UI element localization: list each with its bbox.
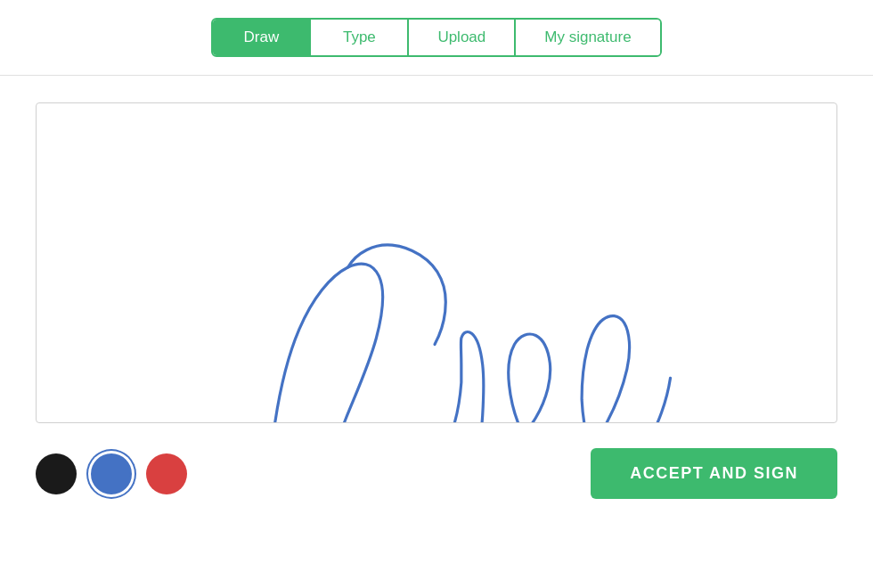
tab-upload[interactable]: Upload xyxy=(409,20,516,55)
divider xyxy=(0,75,873,76)
accept-and-sign-button[interactable]: ACCEPT AND SIGN xyxy=(591,448,837,499)
tab-draw[interactable]: Draw xyxy=(213,20,311,55)
bottom-bar: ACCEPT AND SIGN xyxy=(36,448,837,499)
color-swatch-black[interactable] xyxy=(36,453,77,494)
signature-canvas[interactable] xyxy=(36,102,837,423)
color-swatch-blue[interactable] xyxy=(91,453,132,494)
tab-type[interactable]: Type xyxy=(311,20,409,55)
tab-my-signature[interactable]: My signature xyxy=(516,20,659,55)
color-swatch-red[interactable] xyxy=(146,453,187,494)
tabs-container: Draw Type Upload My signature xyxy=(211,18,661,57)
color-options xyxy=(36,453,187,494)
signature-drawing xyxy=(37,103,836,422)
